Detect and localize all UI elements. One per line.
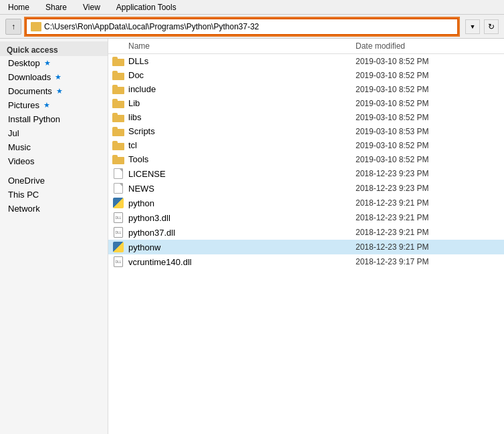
col-name-header[interactable]: Name	[108, 41, 356, 51]
menu-home[interactable]: Home	[5, 1, 32, 13]
file-icon-area	[108, 198, 128, 208]
sidebar-item-documents[interactable]: Documents ★	[0, 84, 108, 98]
file-name: DLLs	[128, 56, 356, 66]
file-icon	[114, 168, 123, 179]
table-row[interactable]: NEWS 2018-12-23 9:23 PM	[108, 181, 504, 196]
table-row[interactable]: pythonw 2018-12-23 9:21 PM	[108, 240, 504, 254]
file-name: Lib	[128, 98, 356, 108]
sidebar-label-pictures: Pictures	[8, 100, 39, 110]
file-date: 2018-12-23 9:23 PM	[356, 184, 504, 193]
content-area: Name Date modified DLLs 2019-03-10 8:52 …	[108, 39, 504, 434]
folder-icon	[112, 155, 124, 164]
sidebar-item-music[interactable]: Music	[0, 140, 108, 154]
file-name: NEWS	[128, 184, 356, 194]
folder-icon	[112, 127, 124, 136]
exe-icon	[113, 242, 124, 252]
table-row[interactable]: Tools 2019-03-10 8:52 PM	[108, 152, 504, 166]
table-row[interactable]: LICENSE 2018-12-23 9:23 PM	[108, 166, 504, 181]
file-name: vcruntime140.dll	[128, 257, 356, 267]
refresh-icon: ↻	[488, 22, 495, 31]
file-icon	[114, 183, 123, 194]
sidebar-label-desktop: Desktop	[8, 58, 40, 68]
sidebar-item-pictures[interactable]: Pictures ★	[0, 98, 108, 112]
file-icon-area: DLL	[108, 256, 128, 267]
menu-application-tools[interactable]: Application Tools	[114, 1, 179, 13]
file-date: 2018-12-23 9:21 PM	[356, 198, 504, 208]
menu-view[interactable]: View	[80, 1, 103, 13]
up-button[interactable]: ↑	[5, 19, 21, 35]
folder-icon	[112, 113, 124, 122]
file-icon-area	[108, 127, 128, 136]
refresh-button[interactable]: ↻	[484, 19, 499, 34]
file-name: LICENSE	[128, 169, 356, 179]
address-bar-row: ↑ C:\Users\Ron\AppData\Local\Programs\Py…	[0, 15, 504, 39]
address-folder-icon	[31, 22, 41, 31]
sidebar-item-jul[interactable]: Jul	[0, 126, 108, 140]
sidebar-item-desktop[interactable]: Desktop ★	[0, 56, 108, 70]
dropdown-icon: ▼	[470, 23, 476, 30]
pin-icon-downloads: ★	[55, 73, 61, 81]
sidebar-item-install-python[interactable]: Install Python	[0, 112, 108, 126]
file-date: 2018-12-23 9:21 PM	[356, 213, 504, 222]
file-icon-area	[108, 113, 128, 122]
table-row[interactable]: Scripts 2019-03-10 8:53 PM	[108, 124, 504, 138]
file-name: tcl	[128, 140, 356, 150]
file-date: 2019-03-10 8:53 PM	[356, 127, 504, 136]
table-row[interactable]: DLL python3.dll 2018-12-23 9:21 PM	[108, 210, 504, 225]
pin-icon-documents: ★	[56, 87, 63, 95]
file-icon-area	[108, 242, 128, 252]
file-date: 2019-03-10 8:52 PM	[356, 155, 504, 164]
sidebar-label-videos: Videos	[8, 156, 35, 166]
file-date: 2019-03-10 8:52 PM	[356, 57, 504, 66]
table-row[interactable]: Lib 2019-03-10 8:52 PM	[108, 96, 504, 110]
table-row[interactable]: include 2019-03-10 8:52 PM	[108, 82, 504, 96]
table-row[interactable]: Doc 2019-03-10 8:52 PM	[108, 68, 504, 82]
col-date-header[interactable]: Date modified	[356, 41, 504, 51]
up-icon: ↑	[11, 22, 15, 31]
file-name: python	[128, 198, 356, 208]
address-dropdown-button[interactable]: ▼	[465, 19, 480, 34]
column-headers: Name Date modified	[108, 39, 504, 54]
sidebar-item-onedrive[interactable]: OneDrive	[0, 174, 108, 188]
table-row[interactable]: DLLs 2019-03-10 8:52 PM	[108, 54, 504, 68]
file-date: 2019-03-10 8:52 PM	[356, 85, 504, 94]
file-icon-area	[108, 99, 128, 108]
table-row[interactable]: DLL python37.dll 2018-12-23 9:21 PM	[108, 225, 504, 240]
sidebar-label-jul: Jul	[8, 128, 19, 138]
table-row[interactable]: DLL vcruntime140.dll 2018-12-23 9:17 PM	[108, 254, 504, 269]
file-name: python3.dll	[128, 213, 356, 223]
dll-icon: DLL	[114, 212, 123, 223]
file-icon-area	[108, 155, 128, 164]
folder-icon	[112, 71, 124, 80]
sidebar-label-downloads: Downloads	[8, 72, 51, 82]
file-icon-area	[108, 183, 128, 194]
dll-icon: DLL	[114, 227, 123, 238]
file-icon-area	[108, 168, 128, 179]
sidebar-item-network[interactable]: Network	[0, 202, 108, 216]
dll-icon: DLL	[114, 256, 123, 267]
folder-icon	[112, 99, 124, 108]
address-box[interactable]: C:\Users\Ron\AppData\Local\Programs\Pyth…	[25, 18, 459, 35]
sidebar: Quick access Desktop ★ Downloads ★ Docum…	[0, 39, 108, 434]
quick-access-label: Quick access	[0, 41, 108, 56]
table-row[interactable]: tcl 2019-03-10 8:52 PM	[108, 138, 504, 152]
sidebar-label-install-python: Install Python	[8, 114, 60, 124]
table-row[interactable]: python 2018-12-23 9:21 PM	[108, 196, 504, 210]
sidebar-item-videos[interactable]: Videos	[0, 154, 108, 168]
sidebar-item-downloads[interactable]: Downloads ★	[0, 70, 108, 84]
exe-icon	[113, 198, 124, 208]
sidebar-label-this-pc: This PC	[8, 190, 39, 200]
file-date: 2018-12-23 9:17 PM	[356, 257, 504, 266]
pin-icon-desktop: ★	[44, 59, 51, 67]
folder-icon	[112, 141, 124, 150]
file-date: 2019-03-10 8:52 PM	[356, 71, 504, 80]
file-date: 2019-03-10 8:52 PM	[356, 113, 504, 122]
file-date: 2018-12-23 9:21 PM	[356, 228, 504, 237]
sidebar-item-this-pc[interactable]: This PC	[0, 188, 108, 202]
pin-icon-pictures: ★	[43, 101, 50, 110]
file-icon-area	[108, 141, 128, 150]
file-name: include	[128, 84, 356, 94]
menu-share[interactable]: Share	[43, 1, 70, 13]
file-icon-area: DLL	[108, 212, 128, 223]
table-row[interactable]: libs 2019-03-10 8:52 PM	[108, 110, 504, 124]
